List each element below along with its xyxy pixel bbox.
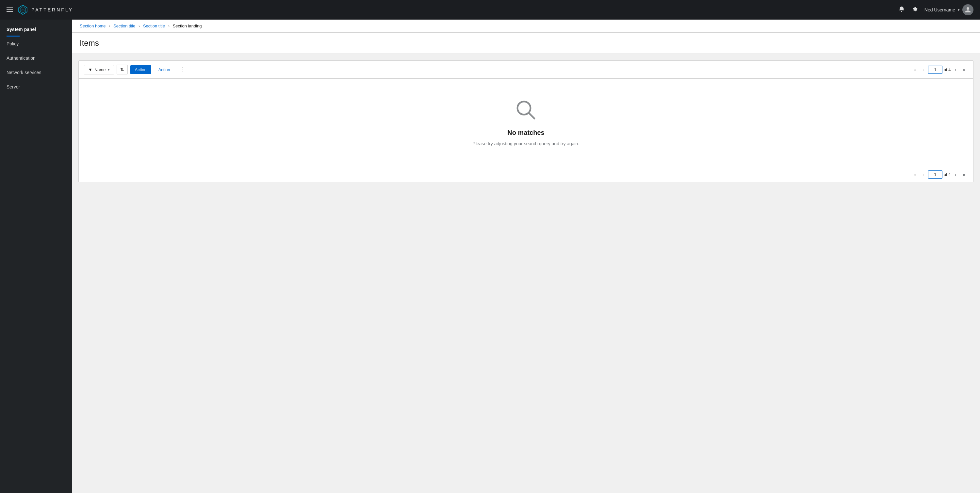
bottom-next-page-button[interactable]: › [952,171,959,179]
sidebar: System panel Policy Authentication Netwo… [0,20,72,493]
breadcrumb-section-title-1[interactable]: Section title [113,24,135,29]
empty-search-icon [514,98,538,125]
pagination-bottom: « ‹ of 4 › » [911,170,968,179]
page-number-input[interactable] [928,66,942,74]
bottom-prev-page-button[interactable]: ‹ [920,171,927,179]
bottom-last-page-button[interactable]: » [960,171,968,179]
sidebar-item-system-panel[interactable]: System panel [0,22,72,36]
toolbar-top: ▼ Name ▾ ⇅ Action Action ⋮ « ‹ of 4 › [79,61,973,79]
filter-button[interactable]: ▼ Name ▾ [84,65,114,75]
breadcrumb-current: Section landing [173,24,202,29]
sidebar-label-authentication: Authentication [6,55,36,61]
patternfly-logo-icon [18,5,28,15]
pagination-top: « ‹ of 4 › » [911,66,968,74]
breadcrumb: Section home › Section title › Section t… [72,20,980,33]
content-area: Section home › Section title › Section t… [72,20,980,493]
toolbar-bottom: « ‹ of 4 › » [79,167,973,182]
nav-left: PATTERNFLY [6,5,73,15]
sidebar-item-server[interactable]: Server [0,80,72,94]
avatar-icon [965,6,971,13]
bottom-page-of-label: of 4 [944,172,951,177]
page-header: Items [72,33,980,54]
sort-icon: ⇅ [120,67,124,72]
settings-icon[interactable] [912,6,918,14]
bottom-first-page-button[interactable]: « [911,171,919,179]
action-secondary-button[interactable]: Action [154,65,175,74]
hamburger-button[interactable] [6,8,13,12]
bottom-page-number-input[interactable] [928,170,942,179]
sidebar-item-network-services[interactable]: Network services [0,65,72,80]
brand-name: PATTERNFLY [31,7,73,13]
sidebar-title: System panel [6,27,36,32]
sidebar-label-policy: Policy [6,41,19,46]
data-panel: ▼ Name ▾ ⇅ Action Action ⋮ « ‹ of 4 › [78,60,974,182]
empty-state: No matches Please try adjusting your sea… [79,79,973,167]
brand-logo: PATTERNFLY [18,5,73,15]
top-navbar: PATTERNFLY Ned Username ▾ [0,0,980,20]
user-dropdown-arrow: ▾ [958,8,960,12]
sidebar-label-server: Server [6,84,20,89]
page-title: Items [80,38,972,48]
action-primary-button[interactable]: Action [130,65,151,74]
username-label: Ned Username [924,7,955,13]
breadcrumb-sep-2: › [138,24,140,29]
first-page-button[interactable]: « [911,66,919,73]
sidebar-label-network-services: Network services [6,70,41,75]
last-page-button[interactable]: » [960,66,968,73]
empty-state-description: Please try adjusting your search query a… [473,140,579,147]
main-layout: System panel Policy Authentication Netwo… [0,20,980,493]
prev-page-button[interactable]: ‹ [920,66,927,73]
breadcrumb-section-title-2[interactable]: Section title [143,24,165,29]
filter-icon: ▼ [88,67,92,72]
user-avatar [963,4,974,15]
breadcrumb-section-home[interactable]: Section home [80,24,106,29]
nav-right: Ned Username ▾ [898,4,974,15]
sidebar-item-authentication[interactable]: Authentication [0,51,72,65]
filter-dropdown-arrow: ▾ [108,68,110,72]
page-of-label: of 4 [944,67,951,72]
user-menu[interactable]: Ned Username ▾ [924,4,974,15]
sort-button[interactable]: ⇅ [117,65,128,75]
filter-label: Name [94,67,106,72]
sidebar-item-policy[interactable]: Policy [0,36,72,51]
notification-icon[interactable] [898,6,905,14]
kebab-menu-button[interactable]: ⋮ [177,65,188,74]
breadcrumb-sep-3: › [168,24,170,29]
next-page-button[interactable]: › [952,66,959,73]
empty-state-title: No matches [508,129,544,136]
svg-line-6 [529,113,535,119]
breadcrumb-sep-1: › [109,24,110,29]
